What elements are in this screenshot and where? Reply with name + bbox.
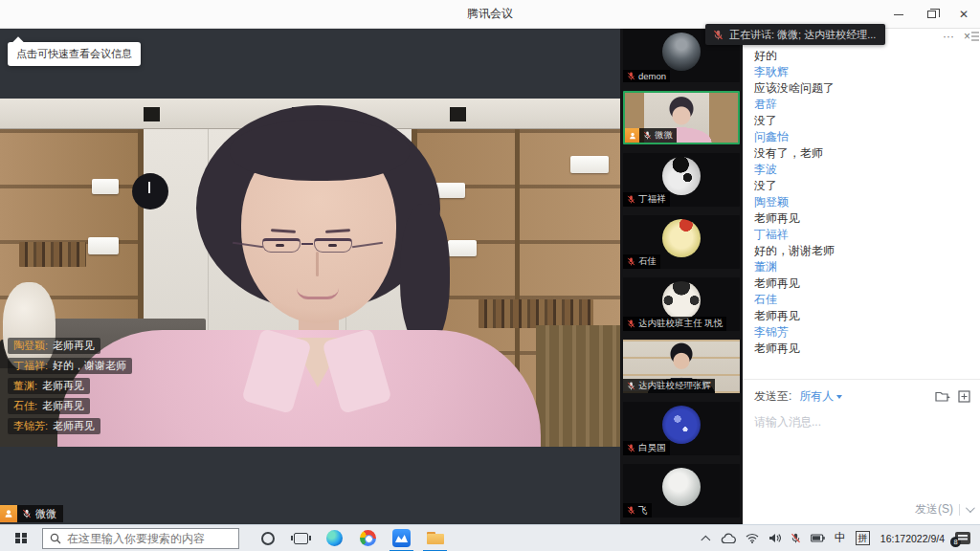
participant-avatar (662, 33, 701, 71)
shelf-books (19, 242, 86, 267)
send-to-dropdown[interactable]: 所有人 (799, 388, 842, 405)
windows-taskbar: 中 拼 16:17 2022/9/4 8 (0, 524, 980, 551)
mic-on-icon (22, 509, 32, 518)
ceiling-bracket (450, 107, 466, 121)
overlay-message: 李锦芳:老师再见 (8, 418, 100, 434)
browser-button[interactable] (351, 525, 385, 551)
notification-center-button[interactable]: 8 (950, 525, 980, 551)
minimize-button[interactable] (882, 0, 915, 29)
overlay-message-text: 老师再见 (42, 400, 84, 411)
restore-button[interactable] (915, 0, 947, 29)
mic-icon (627, 195, 635, 204)
chat-more-button[interactable]: ··· (943, 31, 954, 42)
speaker-name-tag: 微微 (0, 505, 63, 522)
task-view-button[interactable] (284, 525, 318, 551)
overlay-message-text: 老师再见 (53, 340, 95, 351)
chevron-up-icon (701, 536, 710, 545)
participant-name: 丁福祥 (638, 193, 666, 206)
speaker-glasses-bridge (301, 243, 313, 245)
participant-name: 达内驻校经理张辉 (638, 380, 711, 392)
shelf-box (570, 156, 609, 173)
file-explorer-button[interactable] (418, 525, 452, 551)
speaker-name: 微微 (35, 507, 56, 521)
edge-browser-button[interactable] (318, 525, 351, 551)
speaking-toast-text: 正在讲话: 微微; 达内驻校经理... (729, 28, 876, 42)
chat-panel-header: ··· × (943, 29, 970, 44)
overlay-message-sender: 石佳: (13, 400, 37, 411)
microphone-icon (791, 533, 801, 543)
tencent-meeting-app-button[interactable] (385, 525, 418, 551)
task-view-icon (294, 533, 308, 544)
participant-tile[interactable]: 飞 (623, 464, 740, 518)
send-options-chevron-icon[interactable] (966, 503, 975, 513)
host-badge-icon (625, 128, 639, 143)
tencent-meeting-window: 腾讯会议 ✕ 点击可快速查看会议信息 (0, 0, 980, 551)
participant-thumbnail-list: demon 微微 丁福祥 石佳 (620, 29, 743, 524)
speaker-icon (768, 533, 781, 543)
tray-time: 16:17 (880, 533, 905, 544)
battery-button[interactable] (806, 525, 830, 551)
search-input[interactable] (67, 532, 220, 545)
chat-message-list[interactable]: 好的李耿辉应该没啥问题了君辞没了问鑫怡没有了，老师李波没了陶登颖老师再见丁福祥好… (743, 29, 980, 379)
mic-icon (643, 131, 652, 140)
chat-message-sender: 问鑫怡 (754, 129, 969, 145)
overlay-message-sender: 李锦芳: (13, 420, 48, 431)
chat-footer: 发送至: 所有人 请输入消息... 发送(S) (743, 379, 980, 524)
tray-date: 2022/9/4 (905, 533, 945, 544)
chat-close-button[interactable]: × (964, 31, 970, 42)
participant-name: 飞 (638, 504, 648, 517)
shelf-books (479, 299, 593, 328)
notification-icon: 8 (955, 532, 970, 544)
notification-badge: 8 (950, 537, 961, 547)
overlay-message: 石佳:老师再见 (8, 398, 90, 414)
cortana-button[interactable] (251, 525, 284, 551)
participant-tile[interactable]: 达内驻校班主任 巩悦 (623, 277, 740, 331)
network-button[interactable] (741, 525, 764, 551)
chat-history-folder-icon[interactable] (935, 390, 950, 403)
participant-name: demon (638, 71, 666, 81)
ceiling-bracket (144, 107, 160, 121)
send-button[interactable]: 发送(S) (915, 501, 953, 518)
mic-icon (627, 444, 635, 452)
windows-logo-icon (15, 533, 27, 544)
taskbar-search-box[interactable] (42, 528, 239, 549)
microphone-button[interactable] (786, 525, 806, 551)
speaker-eye (328, 244, 337, 247)
speaker-nose (316, 252, 319, 276)
close-icon: ✕ (959, 9, 969, 20)
edge-icon (326, 530, 343, 546)
participant-tile[interactable]: 白昊国 (623, 402, 740, 455)
main-video-feed[interactable]: 陶登颖:老师再见 丁福祥:好的，谢谢老师 董渊:老师再见 石佳:老师再见 李锦芳… (0, 99, 620, 447)
start-button[interactable] (0, 525, 42, 551)
overlay-chat-messages: 陶登颖:老师再见 丁福祥:好的，谢谢老师 董渊:老师再见 石佳:老师再见 李锦芳… (8, 338, 132, 438)
close-button[interactable]: ✕ (947, 0, 980, 29)
participant-avatar (662, 281, 701, 320)
overlay-message-text: 老师再见 (42, 380, 84, 391)
chat-message-text: 好的，谢谢老师 (754, 243, 969, 259)
participant-tile[interactable]: 达内驻校经理张辉 (623, 340, 740, 393)
overlay-message-text: 老师再见 (53, 420, 95, 431)
chat-message-input[interactable]: 请输入消息... (754, 414, 969, 430)
chat-message-text: 老师再见 (754, 276, 969, 292)
chat-scrollbar-grip[interactable] (971, 32, 979, 42)
participant-avatar (662, 157, 701, 195)
mic-icon (627, 506, 635, 515)
volume-button[interactable] (764, 525, 786, 551)
screenshot-icon[interactable] (958, 390, 970, 403)
wood-slats (536, 325, 620, 447)
tray-expand-button[interactable] (700, 525, 716, 551)
participant-avatar (662, 219, 701, 257)
window-title: 腾讯会议 (467, 6, 513, 22)
overlay-message-text: 好的，谢谢老师 (53, 360, 126, 371)
language-indicator[interactable]: 中 (830, 525, 851, 551)
shelf-box (92, 179, 119, 194)
participant-tile[interactable]: 微微 (623, 91, 740, 144)
participant-name: 微微 (655, 129, 673, 142)
ime-indicator[interactable]: 拼 (851, 525, 875, 551)
participant-tile[interactable]: 丁福祥 (623, 153, 740, 207)
onedrive-button[interactable] (716, 525, 741, 551)
participant-tile[interactable]: 石佳 (623, 215, 740, 269)
clock[interactable]: 16:17 2022/9/4 (875, 525, 950, 551)
mic-icon (627, 382, 635, 390)
overlay-message-sender: 董渊: (13, 380, 37, 391)
